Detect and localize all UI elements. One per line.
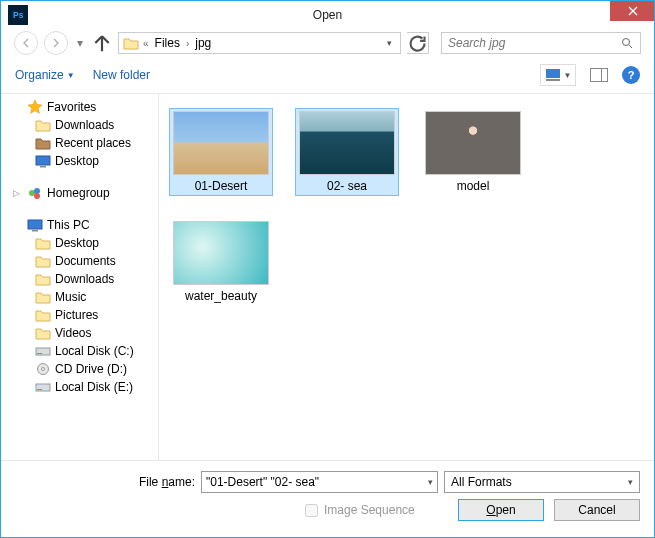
filetype-label: All Formats	[451, 475, 512, 489]
image-sequence-label: Image Sequence	[324, 503, 415, 517]
svg-rect-3	[546, 69, 560, 78]
tree-item-label: Desktop	[55, 154, 99, 168]
svg-point-2	[623, 38, 630, 45]
svg-rect-4	[546, 79, 560, 81]
tree-label: This PC	[47, 218, 90, 232]
folder-icon	[35, 118, 51, 132]
search-input[interactable]	[448, 36, 621, 50]
file-name-label: model	[457, 179, 490, 193]
file-item[interactable]: model	[421, 108, 525, 196]
tree-item-recent[interactable]: Recent places	[13, 134, 157, 152]
cancel-button[interactable]: Cancel	[554, 499, 640, 521]
tree-item-label: Music	[55, 290, 86, 304]
tree-group-favorites[interactable]: Favorites	[13, 98, 157, 116]
svg-point-17	[42, 368, 45, 371]
folder-icon	[35, 254, 51, 268]
pc-icon	[27, 218, 43, 232]
breadcrumb-item[interactable]: Files	[153, 36, 182, 50]
tree-item-downloads[interactable]: Downloads	[13, 116, 157, 134]
search-icon	[621, 37, 634, 50]
filetype-combo[interactable]: All Formats ▾	[444, 471, 640, 493]
forward-button[interactable]	[44, 31, 68, 55]
tree-item-pc-downloads[interactable]: Downloads	[13, 270, 157, 288]
tree-item-disk-e[interactable]: Local Disk (E:)	[13, 378, 157, 396]
tree-item-desktop[interactable]: Desktop	[13, 152, 157, 170]
tree-item-label: Recent places	[55, 136, 131, 150]
filename-input[interactable]	[206, 475, 428, 489]
svg-point-11	[34, 193, 40, 199]
file-name-label: 02- sea	[327, 179, 367, 193]
tree-label: Favorites	[47, 100, 96, 114]
organize-button[interactable]: Organize▼	[15, 68, 75, 82]
chevron-down-icon: ▾	[628, 477, 633, 487]
thumbnail	[425, 111, 521, 175]
tree-item-label: Downloads	[55, 272, 114, 286]
recent-icon	[35, 136, 51, 150]
tree-item-music[interactable]: Music	[13, 288, 157, 306]
app-icon: Ps	[8, 5, 28, 25]
expand-icon: ▷	[13, 188, 23, 198]
folder-icon	[35, 326, 51, 340]
tree-group-homegroup[interactable]: ▷Homegroup	[13, 184, 157, 202]
thumbnail	[173, 221, 269, 285]
tree-item-pictures[interactable]: Pictures	[13, 306, 157, 324]
file-item[interactable]: water_beauty	[169, 218, 273, 306]
disk-icon	[35, 380, 51, 394]
cd-icon	[35, 362, 51, 376]
refresh-button[interactable]	[407, 32, 429, 54]
file-name-label: 01-Desert	[195, 179, 248, 193]
tree-item-label: Documents	[55, 254, 116, 268]
file-item[interactable]: 01-Desert	[169, 108, 273, 196]
homegroup-icon	[27, 186, 43, 200]
star-icon	[27, 100, 43, 114]
desktop-icon	[35, 154, 51, 168]
help-button[interactable]: ?	[622, 66, 640, 84]
chevron-down-icon: ▼	[67, 71, 75, 80]
file-name-label: water_beauty	[185, 289, 257, 303]
tree-item-disk-c[interactable]: Local Disk (C:)	[13, 342, 157, 360]
recent-locations-dropdown[interactable]: ▾	[74, 36, 86, 50]
svg-text:Ps: Ps	[13, 10, 24, 20]
svg-rect-19	[37, 389, 42, 390]
tree-item-cd-d[interactable]: CD Drive (D:)	[13, 360, 157, 378]
chevron-right-icon: ›	[186, 38, 189, 49]
svg-rect-8	[40, 166, 46, 168]
tree-item-label: Desktop	[55, 236, 99, 250]
tree-item-label: Videos	[55, 326, 91, 340]
search-box[interactable]	[441, 32, 641, 54]
file-list[interactable]: 01-Desert 02- sea model water_beauty	[158, 94, 654, 460]
tree-item-label: CD Drive (D:)	[55, 362, 127, 376]
file-item[interactable]: 02- sea	[295, 108, 399, 196]
new-folder-button[interactable]: New folder	[93, 68, 150, 82]
address-dropdown[interactable]: ▾	[383, 38, 396, 48]
svg-rect-12	[28, 220, 42, 229]
svg-rect-7	[36, 156, 50, 165]
folder-icon	[35, 272, 51, 286]
thumbnail	[299, 111, 395, 175]
tree-item-pc-desktop[interactable]: Desktop	[13, 234, 157, 252]
disk-icon	[35, 344, 51, 358]
view-mode-button[interactable]: ▼	[540, 64, 576, 86]
up-button[interactable]	[92, 33, 112, 53]
navigation-tree[interactable]: Favorites Downloads Recent places Deskto…	[1, 94, 159, 460]
tree-group-thispc[interactable]: This PC	[13, 216, 157, 234]
window-title: Open	[313, 8, 342, 22]
close-button[interactable]	[610, 1, 655, 21]
tree-item-label: Pictures	[55, 308, 98, 322]
back-button[interactable]	[14, 31, 38, 55]
preview-pane-button[interactable]	[586, 64, 612, 86]
breadcrumb-item[interactable]: jpg	[193, 36, 213, 50]
tree-item-documents[interactable]: Documents	[13, 252, 157, 270]
filename-label: File name:	[15, 475, 195, 489]
folder-icon	[123, 36, 139, 50]
tree-label: Homegroup	[47, 186, 110, 200]
tree-item-videos[interactable]: Videos	[13, 324, 157, 342]
thumbnail	[173, 111, 269, 175]
folder-icon	[35, 290, 51, 304]
folder-icon	[35, 308, 51, 322]
image-sequence-checkbox	[305, 504, 318, 517]
open-button[interactable]: Open	[458, 499, 544, 521]
filename-combo[interactable]: ▾	[201, 471, 438, 493]
svg-rect-13	[32, 230, 38, 232]
address-bar[interactable]: « Files › jpg ▾	[118, 32, 401, 54]
